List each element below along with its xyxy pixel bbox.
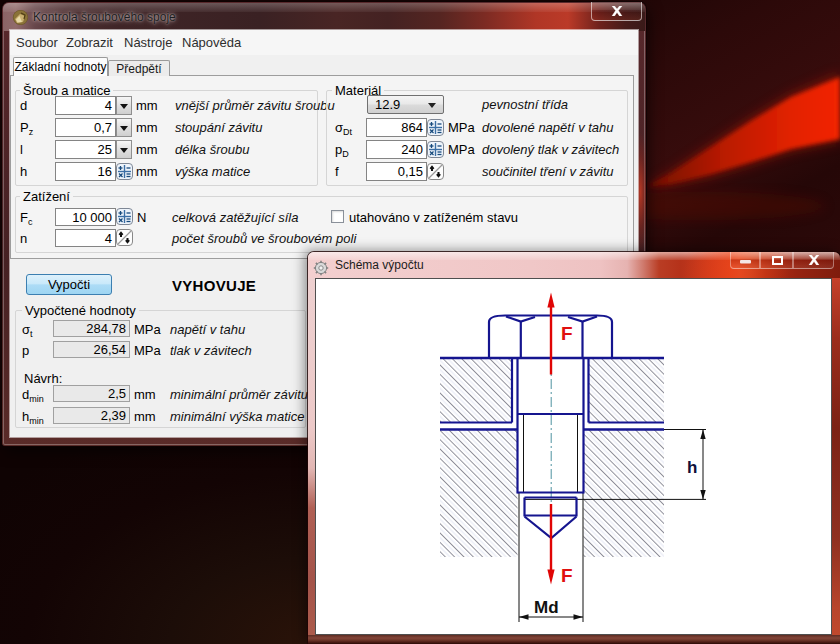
svg-text:Md: Md <box>534 598 559 617</box>
svg-text:h: h <box>687 458 697 477</box>
svg-text:F: F <box>561 323 573 344</box>
svg-text:F: F <box>561 565 573 586</box>
